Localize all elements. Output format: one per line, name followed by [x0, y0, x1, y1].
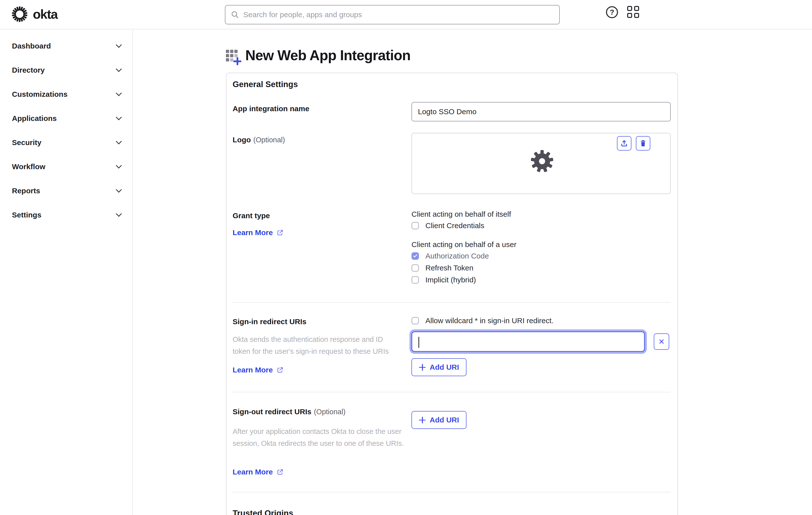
top-bar: okta ?	[0, 0, 812, 29]
sign-in-learn-more-link[interactable]: Learn More	[233, 366, 284, 374]
checkbox-implicit-hybrid[interactable]: Implicit (hybrid)	[411, 276, 476, 284]
upload-icon	[620, 139, 628, 147]
global-search	[225, 5, 560, 24]
sign-in-description: Okta sends the authentication response a…	[233, 333, 401, 357]
divider	[233, 392, 671, 392]
checkbox-allow-wildcard[interactable]: Allow wildcard * in sign-in URI redirect…	[411, 316, 553, 325]
add-sign-in-uri-button[interactable]: Add URI	[411, 358, 466, 376]
chevron-down-icon	[116, 187, 122, 193]
grant-type-label: Grant type	[233, 211, 270, 220]
chevron-down-icon	[116, 211, 122, 217]
okta-admin-console: okta ? Dashboard Directory Customization…	[0, 0, 812, 515]
search-icon	[231, 10, 239, 19]
text-cursor	[418, 337, 419, 348]
plus-icon	[419, 417, 426, 424]
sign-in-uri-input[interactable]	[412, 332, 644, 351]
okta-logo[interactable]: okta	[11, 6, 57, 22]
gear-icon	[530, 149, 554, 173]
sidebar-item-dashboard[interactable]: Dashboard	[0, 34, 132, 58]
divider	[233, 492, 671, 492]
app-integration-name-label: App integration name	[233, 105, 309, 113]
chevron-down-icon	[116, 66, 122, 72]
trusted-origins-heading: Trusted Origins	[233, 509, 293, 515]
sign-in-uri-field	[411, 332, 645, 352]
logo-preview-box	[411, 133, 671, 194]
sign-out-description: After your application contacts Okta to …	[233, 425, 404, 449]
sidebar-item-applications[interactable]: Applications	[0, 106, 132, 131]
sidebar-item-security[interactable]: Security	[0, 131, 132, 154]
checkbox-authorization-code[interactable]: Authorization Code	[411, 252, 489, 260]
sidebar-item-workflow[interactable]: Workflow	[0, 154, 132, 179]
page-title: New Web App Integration	[245, 47, 410, 63]
checkbox-icon	[411, 276, 419, 284]
logo-label: Logo(Optional)	[233, 136, 285, 144]
apps-grid-icon[interactable]	[627, 6, 640, 19]
checkbox-refresh-token[interactable]: Refresh Token	[411, 264, 473, 272]
chevron-down-icon	[116, 163, 122, 168]
sidebar-item-directory[interactable]: Directory	[0, 58, 132, 82]
okta-sunburst-icon	[11, 6, 28, 22]
grant-group-user-label: Client acting on behalf of a user	[411, 240, 517, 249]
sign-out-learn-more-link[interactable]: Learn More	[233, 468, 284, 476]
search-input[interactable]	[243, 10, 554, 19]
new-app-integration-icon	[226, 50, 241, 65]
plus-icon	[419, 364, 426, 371]
page-header: New Web App Integration	[226, 47, 410, 65]
checkbox-icon	[411, 317, 419, 324]
sidebar-item-reports[interactable]: Reports	[0, 179, 132, 203]
delete-logo-button[interactable]	[636, 136, 650, 150]
help-icon[interactable]: ?	[606, 6, 618, 18]
sign-in-redirect-label: Sign-in redirect URIs	[233, 317, 307, 326]
remove-uri-button[interactable]: ✕	[654, 333, 669, 350]
trash-icon	[639, 140, 647, 147]
grant-type-learn-more-link[interactable]: Learn More	[233, 228, 284, 237]
external-link-icon	[277, 229, 284, 236]
divider	[233, 302, 671, 303]
upload-logo-button[interactable]	[617, 136, 631, 150]
checkbox-checked-icon	[411, 252, 419, 260]
chevron-down-icon	[116, 42, 122, 48]
external-link-icon	[277, 468, 284, 476]
plus-icon	[233, 57, 241, 65]
add-sign-out-uri-button[interactable]: Add URI	[411, 411, 466, 429]
chevron-down-icon	[116, 138, 122, 144]
checkbox-icon	[411, 264, 419, 272]
general-settings-card: General Settings App integration name Lo…	[226, 73, 678, 515]
external-link-icon	[277, 367, 284, 373]
brand-wordmark: okta	[33, 7, 57, 22]
sidebar-item-settings[interactable]: Settings	[0, 203, 132, 227]
checkbox-icon	[411, 222, 419, 229]
section-heading: General Settings	[233, 80, 298, 89]
chevron-down-icon	[116, 90, 122, 96]
checkbox-client-credentials[interactable]: Client Credentials	[411, 222, 484, 230]
sidebar-item-customizations[interactable]: Customizations	[0, 82, 132, 106]
grant-group-itself-label: Client acting on behalf of itself	[411, 210, 511, 219]
sidebar-nav: Dashboard Directory Customizations Appli…	[0, 30, 133, 515]
sign-out-redirect-label: Sign-out redirect URIs(Optional)	[233, 407, 346, 416]
close-icon: ✕	[658, 337, 665, 346]
app-integration-name-input[interactable]	[411, 102, 671, 121]
chevron-down-icon	[116, 114, 122, 120]
